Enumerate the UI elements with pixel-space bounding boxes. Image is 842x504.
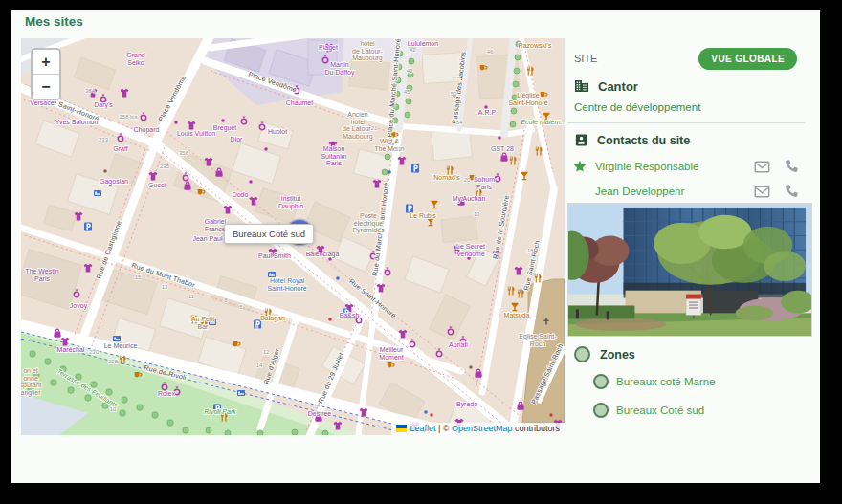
star-icon	[573, 160, 587, 173]
leaflet-link[interactable]: Leaflet	[410, 424, 435, 433]
map-label: Jean Paul	[192, 235, 223, 242]
contact-name[interactable]: Jean Developpenr	[595, 186, 684, 197]
map-label: Chopard	[134, 126, 160, 134]
map-label: A.R.P	[478, 109, 497, 116]
zones-title: Zones	[600, 348, 635, 362]
contacts-title: Contacts du site	[597, 134, 690, 147]
sidebar: SITE VUE GLOBALE Cantor Centre de dévelo…	[567, 38, 812, 449]
zone-circle-icon	[574, 346, 590, 362]
dot-icon	[264, 147, 268, 151]
attribution-separator: | ©	[435, 424, 451, 433]
contact-name[interactable]: Virginie Responsable	[595, 161, 698, 172]
phone-icon[interactable]	[784, 184, 799, 199]
site-subtitle[interactable]: Centre de développement	[574, 101, 700, 113]
map-label: 13	[162, 284, 168, 290]
map-label: 12	[263, 349, 270, 355]
map-label: Nomad's	[433, 174, 460, 181]
hotel-icon	[94, 190, 101, 196]
dot-icon	[174, 121, 178, 124]
map-label: 230	[89, 349, 100, 355]
mail-icon[interactable]	[754, 184, 770, 200]
map-label: 14	[256, 362, 263, 368]
map-label: GrandSeiko	[126, 52, 145, 66]
zone-list: Bureaux coté Marne Bureaux Coté sud	[567, 367, 812, 425]
map[interactable]: Rue Saint-HonoréRue de CastiglionePlace …	[21, 38, 565, 435]
map-label: My Auchan	[453, 195, 486, 203]
zoom-out-button[interactable]: −	[33, 75, 59, 99]
map-label: Le SecretVendôme	[456, 243, 485, 257]
map-label: Destree	[308, 410, 332, 417]
attribution-suffix: contributors	[512, 424, 560, 433]
dot-icon	[424, 410, 428, 414]
map-label: 45	[404, 89, 410, 95]
map-label: 356	[179, 150, 189, 156]
map-label: 15	[135, 274, 142, 280]
map-label: Le Rubis	[410, 212, 436, 219]
dot-icon	[328, 318, 332, 321]
site-name-row[interactable]: Cantor	[574, 78, 638, 94]
dot-icon	[328, 257, 332, 261]
osm-link[interactable]: OpenStreetMap	[452, 424, 513, 433]
map-label: Rivoli Park	[204, 408, 236, 415]
zone-row: Bureaux coté Marne	[567, 367, 812, 396]
hotel-icon	[237, 390, 245, 396]
map-label: 228	[108, 359, 119, 364]
hotel-icon	[113, 336, 121, 341]
site-header-row: SITE VUE GLOBALE	[574, 48, 812, 71]
global-view-button[interactable]: VUE GLOBALE	[698, 48, 797, 70]
zoom-in-button[interactable]: +	[33, 50, 59, 74]
map-label: Hôtel RoyalSaint-Honoré	[267, 277, 306, 292]
map-label: Hublot	[268, 128, 287, 135]
map-label: Yves Salomon	[55, 119, 99, 125]
map-label: MeilleurMoment	[379, 346, 404, 361]
map-label: 10	[110, 406, 117, 412]
dot-icon	[221, 119, 225, 122]
map-label: Le Meurice	[104, 342, 138, 349]
map-label: Gucci	[148, 182, 166, 188]
site-photo	[567, 203, 812, 337]
map-label: Rolex	[158, 390, 175, 397]
map-label: Maréchal	[57, 346, 85, 353]
dot-icon	[498, 136, 501, 140]
map-label: Byredo	[456, 401, 477, 408]
map-label: 10	[474, 211, 480, 217]
map-label: Louis Vuitton	[177, 130, 215, 137]
park-icon	[84, 222, 92, 230]
map-label: 158 bis	[119, 114, 137, 120]
map-attribution: Leaflet | © OpenStreetMap contributors	[391, 423, 565, 435]
phone-icon[interactable]	[784, 159, 799, 174]
contact-row: Virginie Responsable	[567, 155, 812, 180]
map-label: Balenciaga	[306, 251, 340, 258]
site-photo-image	[568, 204, 811, 336]
divider	[567, 122, 805, 123]
dot-icon	[103, 169, 107, 173]
dot-icon	[388, 170, 391, 174]
contact-list: Virginie Responsable Jean Developpenr	[567, 155, 812, 205]
zone-name[interactable]: Bureaux Coté sud	[616, 405, 704, 416]
zone-circle-icon	[593, 374, 609, 389]
map-label: 235	[160, 164, 170, 169]
site-name: Cantor	[598, 79, 638, 94]
zones-heading: Zones	[574, 346, 635, 362]
dot-icon	[549, 413, 553, 417]
contact-badge-icon	[574, 133, 588, 147]
map-label: Dodo	[233, 191, 249, 198]
building-icon	[574, 78, 589, 94]
dot-icon	[430, 413, 433, 417]
map-label: 18	[527, 248, 534, 253]
map-label: 233	[99, 137, 109, 142]
map-label: Gagosian	[100, 178, 128, 186]
map-label: Piaget	[319, 44, 338, 52]
map-label: Paul Smith	[258, 252, 291, 259]
zone-name[interactable]: Bureaux coté Marne	[616, 376, 716, 387]
map-label: GST 28	[491, 145, 514, 152]
mail-icon[interactable]	[754, 159, 770, 175]
map-label: Razowski's	[519, 42, 552, 49]
map-label: Dior	[231, 136, 244, 142]
map-zoom-control: + −	[31, 48, 61, 100]
map-label: 43	[407, 68, 413, 74]
dot-icon	[469, 365, 473, 369]
map-label: Dary's	[94, 101, 113, 109]
map-label: Ba&sh	[340, 312, 360, 318]
map-label: 21	[371, 125, 378, 131]
